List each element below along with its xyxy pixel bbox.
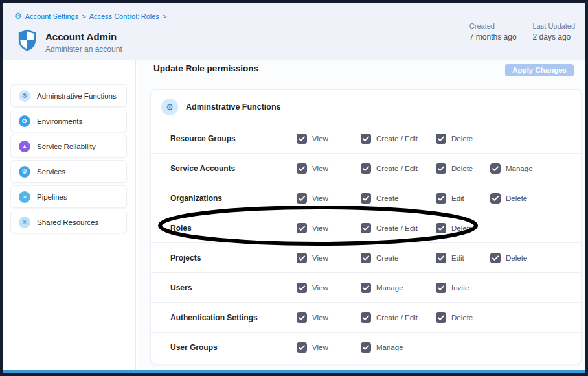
- permission-label: Manage: [376, 284, 403, 292]
- permission-checkbox[interactable]: [361, 342, 371, 353]
- permission-cell: Manage: [490, 163, 581, 174]
- permission-checkbox[interactable]: [361, 163, 371, 174]
- permission-cell: Create: [361, 253, 436, 263]
- permission-label: View: [312, 165, 328, 172]
- last-updated-value: 2 days ago: [533, 32, 575, 41]
- section-header: ⚙ Adminstrative Functions: [161, 99, 281, 115]
- permission-label: View: [312, 254, 328, 262]
- resource-name: User Groups: [170, 343, 297, 352]
- breadcrumb-access-control-roles[interactable]: Access Control: Roles: [89, 12, 159, 20]
- sidebar-item-label: Service Reliability: [37, 143, 96, 150]
- sidebar-item-label: Shared Resources: [37, 218, 98, 226]
- permission-row-projects: ProjectsViewCreateEditDelete: [151, 243, 581, 273]
- permission-checkbox[interactable]: [436, 312, 446, 323]
- sidebar-item-label: Services: [37, 168, 65, 176]
- permission-cell: Create / Edit: [361, 134, 436, 144]
- resource-name: Resource Groups: [170, 134, 297, 143]
- permission-label: Delete: [451, 135, 473, 143]
- sidebar-item-pipelines[interactable]: »Pipelines: [10, 185, 127, 208]
- permission-label: Create: [376, 254, 399, 262]
- resource-name: Projects: [170, 253, 297, 263]
- gear-icon: ⚙: [19, 90, 30, 102]
- apply-changes-button[interactable]: Apply Changes: [505, 64, 574, 76]
- permission-checkbox[interactable]: [436, 283, 446, 293]
- permission-checkbox[interactable]: [297, 342, 307, 353]
- sidebar-item-label: Pipelines: [37, 193, 67, 201]
- permission-checkbox[interactable]: [361, 134, 371, 144]
- main-content: Update Role permissions Apply Changes ⚙ …: [137, 60, 585, 373]
- permission-checkbox[interactable]: [490, 193, 501, 204]
- permission-checkbox[interactable]: [490, 253, 501, 263]
- permission-cell: Manage: [361, 283, 436, 293]
- sidebar-item-shared-resources[interactable]: ✳Shared Resources: [10, 211, 127, 233]
- permission-row-roles: RolesViewCreate / EditDelete: [151, 213, 581, 243]
- permission-checkbox[interactable]: [297, 223, 307, 233]
- gear-icon: ⚙: [19, 115, 30, 127]
- permission-checkbox[interactable]: [361, 223, 371, 233]
- permission-label: Delete: [451, 314, 473, 322]
- triangle-icon: ▲: [19, 141, 30, 152]
- permission-label: Delete: [451, 224, 473, 232]
- permission-checkbox[interactable]: [297, 163, 307, 174]
- permission-cell: Create / Edit: [361, 163, 436, 174]
- asterisk-icon: ✳: [19, 217, 30, 228]
- last-updated-label: Last Updated: [533, 22, 575, 30]
- permission-cell: Manage: [361, 342, 436, 353]
- permission-row-user-groups: User GroupsViewManage: [151, 333, 581, 362]
- page-subtitle: Administer an account: [45, 45, 122, 54]
- permission-row-users: UsersViewManageInvite: [151, 273, 581, 303]
- permission-checkbox[interactable]: [436, 223, 446, 233]
- sidebar-list: ⚙Adminstrative Functions⚙Environments▲Se…: [3, 84, 135, 233]
- permission-cell: View: [297, 283, 361, 293]
- permission-checkbox[interactable]: [361, 312, 371, 323]
- permission-checkbox[interactable]: [436, 134, 446, 144]
- permission-checkbox[interactable]: [436, 193, 446, 204]
- created-label: Created: [469, 22, 517, 30]
- permission-checkbox[interactable]: [361, 253, 371, 263]
- permission-label: Delete: [451, 165, 473, 172]
- permission-row-service-accounts: Service AccountsViewCreate / EditDeleteM…: [151, 154, 581, 183]
- permission-cell: Delete: [490, 253, 581, 263]
- permission-cell: Edit: [436, 253, 490, 263]
- breadcrumb: ⚙ Account Settings > Access Control: Rol…: [14, 12, 166, 20]
- permissions-card: ⚙ Adminstrative Functions Resource Group…: [150, 89, 582, 364]
- permission-label: Delete: [506, 194, 527, 202]
- permission-checkbox[interactable]: [297, 283, 307, 293]
- breadcrumb-account-settings[interactable]: Account Settings: [25, 12, 79, 20]
- permission-cell: View: [297, 163, 361, 174]
- permissions-rows: Resource GroupsViewCreate / EditDeleteSe…: [151, 124, 581, 362]
- sidebar-item-label: Adminstrative Functions: [37, 92, 117, 100]
- permission-checkbox[interactable]: [297, 253, 307, 263]
- sidebar-item-environments[interactable]: ⚙Environments: [10, 110, 127, 132]
- permission-checkbox[interactable]: [436, 163, 446, 174]
- sidebar-item-adminstrative-functions[interactable]: ⚙Adminstrative Functions: [10, 84, 127, 107]
- permission-cell: Delete: [436, 163, 490, 174]
- permission-cell: View: [297, 253, 361, 263]
- permission-cell: Delete: [436, 312, 490, 323]
- page: ⚙ Account Settings > Access Control: Rol…: [3, 3, 585, 373]
- meta-divider: [525, 22, 525, 41]
- permission-checkbox[interactable]: [297, 193, 307, 204]
- sidebar-item-service-reliability[interactable]: ▲Service Reliability: [10, 135, 127, 158]
- breadcrumb-separator: >: [163, 12, 166, 20]
- permission-checkbox[interactable]: [297, 312, 307, 323]
- permission-checkbox[interactable]: [490, 163, 501, 174]
- permission-checkbox[interactable]: [297, 134, 307, 144]
- gear-icon: ⚙: [19, 166, 30, 178]
- permission-cell: Delete: [436, 134, 490, 144]
- resource-name: Service Accounts: [170, 164, 297, 173]
- permission-cell: Create: [361, 193, 436, 204]
- permission-label: View: [312, 314, 328, 322]
- permission-label: Create / Edit: [376, 165, 418, 172]
- administrative-functions-gear-icon: ⚙: [161, 99, 178, 115]
- permission-cell: View: [297, 134, 361, 144]
- section-title: Adminstrative Functions: [186, 102, 281, 112]
- created-meta: Created 7 months ago: [469, 22, 517, 41]
- app-window: ⚙ Account Settings > Access Control: Rol…: [0, 0, 588, 376]
- sidebar-item-services[interactable]: ⚙Services: [10, 160, 127, 183]
- flow-icon: »: [19, 191, 30, 203]
- permission-checkbox[interactable]: [436, 253, 446, 263]
- permission-label: Invite: [451, 284, 469, 292]
- permission-checkbox[interactable]: [361, 193, 371, 204]
- permission-checkbox[interactable]: [361, 283, 371, 293]
